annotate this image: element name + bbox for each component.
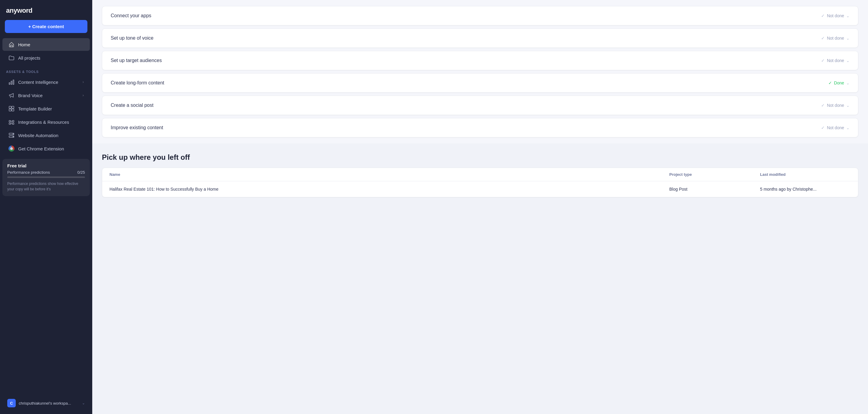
improve-check-icon: ✓ [821, 125, 825, 130]
sidebar-template-builder-label: Template Builder [18, 106, 52, 111]
longform-title: Create long-form content [111, 80, 164, 86]
checklist-card-tone-of-voice[interactable]: Set up tone of voice ✓ Not done ⌄ [102, 28, 858, 48]
sidebar-all-projects-label: All projects [18, 55, 40, 61]
app-logo: anyword [0, 0, 92, 20]
sidebar-item-home[interactable]: Home [2, 38, 90, 51]
integrations-icon [8, 119, 14, 125]
trial-progress-bar-bg [7, 176, 85, 178]
col-name-header: Name [110, 172, 669, 177]
sidebar-integrations-label: Integrations & Resources [18, 120, 69, 125]
sidebar-item-all-projects[interactable]: All projects [2, 52, 90, 64]
checklist-card-social-post[interactable]: Create a social post ✓ Not done ⌄ [102, 96, 858, 115]
svg-rect-9 [9, 123, 10, 124]
improve-content-title: Improve existing content [111, 125, 163, 130]
social-check-icon: ✓ [821, 103, 825, 108]
target-audiences-status: ✓ Not done ⌄ [821, 58, 849, 63]
table-row[interactable]: Halifax Real Estate 101: How to Successf… [102, 181, 858, 197]
workspace-selector[interactable]: C chrisputhiakunnel's workspa... ⌄ [2, 395, 90, 412]
social-post-title: Create a social post [111, 102, 153, 108]
table-header: Name Project type Last modified [102, 168, 858, 181]
chevron-right-icon-2: › [83, 93, 84, 97]
workspace-avatar: C [7, 399, 16, 407]
svg-point-13 [13, 134, 13, 135]
pickup-table: Name Project type Last modified Halifax … [102, 168, 858, 197]
svg-rect-4 [12, 106, 14, 108]
megaphone-icon [8, 92, 14, 98]
svg-rect-8 [12, 120, 14, 122]
tone-chevron-icon: ⌄ [846, 36, 849, 40]
free-trial-block: Free trial Performance predictions 0/25 … [2, 159, 90, 196]
create-content-button[interactable]: + Create content [5, 20, 87, 33]
checklist-card-connect-apps[interactable]: Connect your apps ✓ Not done ⌄ [102, 6, 858, 25]
col-last-modified-header: Last modified [760, 172, 851, 177]
svg-point-14 [13, 137, 13, 137]
folder-icon [8, 55, 14, 61]
connect-apps-chevron-icon: ⌄ [846, 13, 849, 18]
pickup-section: Pick up where you left off Name Project … [92, 143, 868, 203]
workspace-chevron-icon: ⌄ [82, 401, 85, 405]
trial-description: Performance predictions show how effecti… [7, 181, 85, 192]
sidebar-item-brand-voice[interactable]: Brand Voice › [2, 89, 90, 102]
svg-rect-7 [9, 120, 10, 122]
assets-section-label: ASSETS & TOOLS [0, 64, 92, 76]
chrome-icon [8, 146, 14, 152]
svg-rect-3 [9, 106, 11, 108]
row-project-type: Blog Post [669, 187, 760, 191]
sidebar-item-template-builder[interactable]: Template Builder [2, 102, 90, 115]
social-post-status: ✓ Not done ⌄ [821, 103, 849, 108]
svg-rect-6 [12, 109, 14, 111]
svg-rect-10 [12, 123, 14, 124]
tone-status-label: Not done [827, 36, 844, 40]
row-name: Halifax Real Estate 101: How to Successf… [110, 187, 669, 191]
svg-rect-0 [9, 83, 10, 84]
perf-predictions-label: Performance predictions [7, 170, 50, 175]
sidebar-content-intelligence-label: Content Intelligence [18, 80, 58, 85]
target-audiences-title: Set up target audiences [111, 58, 162, 63]
checklist-section: Connect your apps ✓ Not done ⌄ Set up to… [92, 0, 868, 143]
longform-chevron-icon: ⌄ [846, 81, 849, 85]
tone-of-voice-title: Set up tone of voice [111, 35, 153, 41]
connect-apps-check-icon: ✓ [821, 13, 825, 18]
sidebar-item-integrations[interactable]: Integrations & Resources [2, 116, 90, 128]
connect-apps-status: ✓ Not done ⌄ [821, 13, 849, 18]
audiences-chevron-icon: ⌄ [846, 58, 849, 63]
sidebar: anyword + Create content Home All projec… [0, 0, 92, 414]
sidebar-chrome-extension-label: Get Chrome Extension [18, 146, 64, 151]
svg-rect-1 [11, 81, 12, 84]
checklist-card-target-audiences[interactable]: Set up target audiences ✓ Not done ⌄ [102, 51, 858, 70]
longform-check-icon: ✓ [828, 81, 832, 85]
checklist-card-longform[interactable]: Create long-form content ✓ Done ⌄ [102, 73, 858, 93]
connect-apps-title: Connect your apps [111, 13, 151, 19]
connect-apps-status-label: Not done [827, 13, 844, 18]
longform-status: ✓ Done ⌄ [828, 81, 849, 85]
social-chevron-icon: ⌄ [846, 103, 849, 108]
workspace-name: chrisputhiakunnel's workspa... [19, 401, 79, 406]
free-trial-title: Free trial [7, 163, 85, 168]
audiences-status-label: Not done [827, 58, 844, 63]
social-status-label: Not done [827, 103, 844, 108]
chevron-right-icon: › [83, 80, 84, 84]
chart-icon [8, 79, 14, 85]
sidebar-home-label: Home [18, 42, 30, 47]
sidebar-item-chrome-extension[interactable]: Get Chrome Extension [2, 142, 90, 155]
sidebar-website-automation-label: Website Automation [18, 133, 58, 138]
pickup-title: Pick up where you left off [102, 153, 858, 161]
sidebar-item-content-intelligence[interactable]: Content Intelligence › [2, 76, 90, 88]
sidebar-brand-voice-label: Brand Voice [18, 93, 43, 98]
tone-of-voice-status: ✓ Not done ⌄ [821, 36, 849, 40]
main-content: Connect your apps ✓ Not done ⌄ Set up to… [92, 0, 868, 414]
row-last-modified: 5 months ago by Christophe... [760, 187, 851, 191]
tone-check-icon: ✓ [821, 36, 825, 40]
col-project-type-header: Project type [669, 172, 760, 177]
longform-status-label: Done [834, 81, 844, 85]
perf-predictions-value: 0/25 [78, 170, 85, 175]
sidebar-item-website-automation[interactable]: Website Automation [2, 129, 90, 142]
improve-content-status: ✓ Not done ⌄ [821, 125, 849, 130]
template-icon [8, 106, 14, 112]
checklist-card-improve-content[interactable]: Improve existing content ✓ Not done ⌄ [102, 118, 858, 138]
audiences-check-icon: ✓ [821, 58, 825, 63]
svg-rect-2 [13, 80, 14, 84]
improve-chevron-icon: ⌄ [846, 126, 849, 130]
home-icon [8, 41, 14, 48]
improve-status-label: Not done [827, 125, 844, 130]
